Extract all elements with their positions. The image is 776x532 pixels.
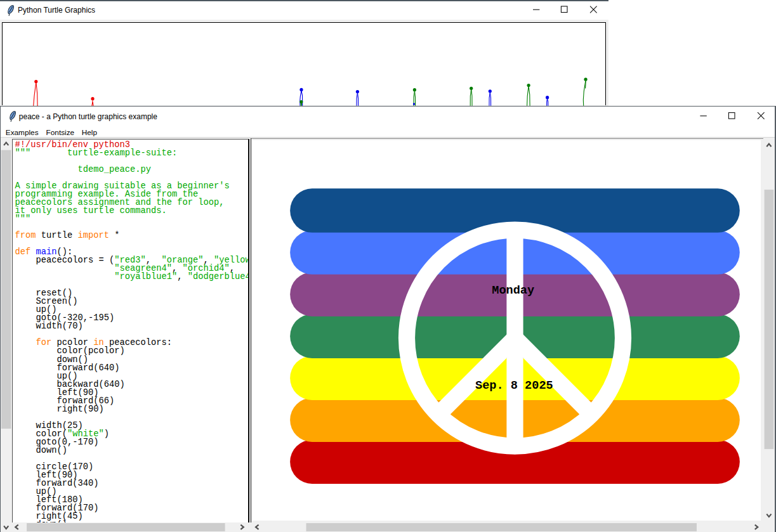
- svg-text:Monday: Monday: [492, 284, 535, 297]
- svg-text:Sep. 8 2025: Sep. 8 2025: [475, 379, 553, 393]
